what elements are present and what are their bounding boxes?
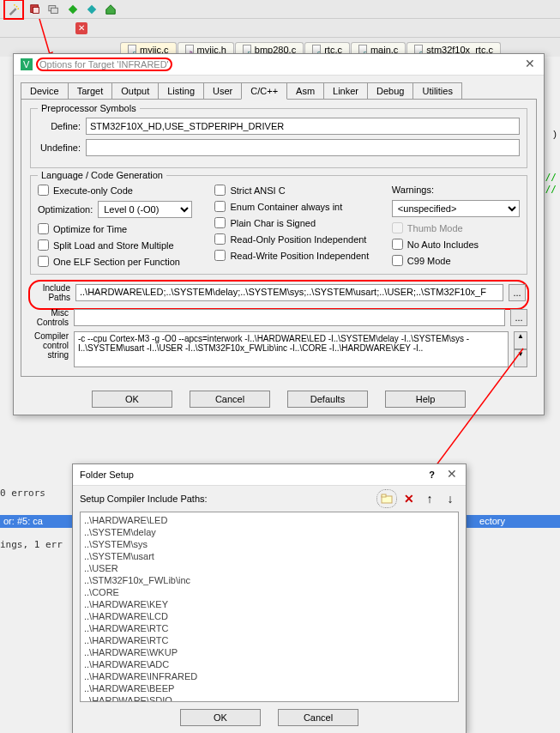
folder-close-icon[interactable]: ✕ [445, 468, 459, 482]
folder-path-item[interactable]: ..\SYSTEM\sys [82, 538, 456, 550]
folder-path-item[interactable]: ..\HARDWARE\INFRARED [82, 670, 456, 682]
secondary-toolbar: ✕ [0, 19, 560, 38]
options-buttons: OK Cancel Defaults Help [14, 384, 544, 415]
warnings-label: Warnings: [392, 185, 520, 195]
folder-buttons: OK Cancel [73, 702, 466, 733]
folder-path-item[interactable]: ..\USER [82, 562, 456, 574]
options-tab-cc[interactable]: C/C++ [241, 82, 287, 100]
move-up-icon[interactable]: ↑ [421, 491, 438, 506]
compiler-string-label: Compiler control string [30, 331, 69, 367]
lang-group: Language / Code Generation Execute-only … [30, 175, 527, 275]
include-paths-input[interactable]: ..\HARDWARE\LED;..\SYSTEM\delay;..\SYSTE… [75, 284, 503, 301]
magic-wand-button[interactable] [6, 2, 21, 17]
help-button[interactable]: Help [385, 391, 466, 408]
split-load-checkbox[interactable]: Split Load and Store Multiple [38, 239, 197, 251]
cancel-button[interactable]: Cancel [190, 391, 270, 408]
folder-path-item[interactable]: ..\CORE [82, 586, 456, 598]
folder-title-bar: Folder Setup ? ✕ [73, 464, 466, 486]
help-icon[interactable]: ? [429, 469, 435, 480]
ok-button[interactable]: OK [92, 391, 172, 408]
folder-path-item[interactable]: ..\STM32F10x_FWLib\inc [82, 574, 456, 586]
svg-point-2 [14, 3, 15, 5]
options-title-highlight: Options for Target 'INFRARED' [36, 58, 172, 71]
include-paths-label: Include Paths [32, 283, 70, 302]
defaults-button[interactable]: Defaults [287, 391, 368, 408]
close-icon[interactable]: ✕ [523, 58, 537, 71]
optimization-select[interactable]: Level 0 (-O0) [98, 201, 192, 218]
options-tab-user[interactable]: User [203, 82, 242, 100]
folder-list[interactable]: ..\HARDWARE\LED..\SYSTEM\delay..\SYSTEM\… [80, 512, 459, 702]
folder-subtitle: Setup Compiler Include Paths: [80, 494, 208, 504]
folder-ok-button[interactable]: OK [180, 709, 261, 726]
enum-container-checkbox[interactable]: Enum Container always int [214, 201, 374, 212]
misc-controls-input[interactable] [74, 309, 505, 326]
move-down-icon[interactable]: ↓ [442, 491, 459, 506]
execute-only-checkbox[interactable]: Execute-only Code [38, 185, 197, 196]
options-tab-device[interactable]: Device [21, 82, 69, 100]
undefine-label: Undefine: [38, 142, 81, 153]
folder-path-item[interactable]: ..\HARDWARE\RTC [82, 634, 456, 646]
include-paths-browse-button[interactable]: ... [509, 284, 526, 301]
c99-checkbox[interactable]: C99 Mode [392, 255, 520, 266]
options-tab-linker[interactable]: Linker [323, 82, 368, 100]
layers-button[interactable] [46, 2, 62, 17]
options-tab-utilities[interactable]: Utilities [412, 82, 461, 100]
options-tab-debug[interactable]: Debug [367, 82, 413, 100]
close-doc-icon[interactable]: ✕ [75, 22, 87, 34]
folder-path-item[interactable]: ..\HARDWARE\KEY [82, 598, 456, 610]
options-title: Options for Target 'INFRARED' [39, 59, 169, 70]
folder-path-item[interactable]: ..\SYSTEM\delay [82, 526, 456, 538]
thumb-mode-checkbox[interactable]: Thumb Mode [392, 222, 520, 233]
keil-icon: V [21, 58, 33, 70]
optimization-label: Optimization: [38, 204, 93, 215]
folder-toolbar: ✕ ↑ ↓ [376, 489, 459, 508]
diamond-teal-button[interactable] [84, 2, 99, 17]
preprocessor-group: Preprocessor Symbols Define: Undefine: [30, 108, 527, 168]
one-elf-checkbox[interactable]: One ELF Section per Function [38, 256, 197, 267]
folder-path-item[interactable]: ..\HARDWARE\LCD [82, 610, 456, 622]
warnings-count: ings, 1 err [0, 539, 63, 550]
plain-char-checkbox[interactable]: Plain Char is Signed [214, 217, 374, 228]
compiler-string-display: -c --cpu Cortex-M3 -g -O0 --apcs=interwo… [74, 331, 509, 367]
lang-title: Language / Code Generation [38, 170, 166, 180]
preprocessor-title: Preprocessor Symbols [38, 103, 140, 113]
folder-cancel-button[interactable]: Cancel [278, 709, 358, 726]
errors-count: 0 errors [0, 488, 45, 499]
folder-path-item[interactable]: ..\HARDWARE\WKUP [82, 646, 456, 658]
define-input[interactable] [86, 118, 520, 135]
options-title-bar: V Options for Target 'INFRARED' ✕ [14, 54, 544, 76]
no-auto-checkbox[interactable]: No Auto Includes [392, 239, 520, 250]
options-tab-listing[interactable]: Listing [158, 82, 204, 100]
readonly-pos-checkbox[interactable]: Read-Only Position Independent [214, 233, 374, 245]
folder-title: Folder Setup [80, 469, 134, 480]
folder-path-item[interactable]: ..\HARDWARE\BEEP [82, 682, 456, 694]
folder-path-item[interactable]: ..\SYSTEM\usart [82, 550, 456, 562]
misc-browse-button[interactable]: ... [510, 309, 527, 326]
undefine-input[interactable] [86, 139, 520, 156]
home-button[interactable] [103, 2, 118, 17]
target-button[interactable] [27, 2, 43, 17]
svg-point-0 [16, 5, 18, 7]
delete-path-icon[interactable]: ✕ [400, 491, 418, 506]
folder-path-item[interactable]: ..\HARDWARE\ADC [82, 658, 456, 670]
readwrite-pos-checkbox[interactable]: Read-Write Position Independent [214, 250, 374, 261]
svg-rect-6 [51, 8, 58, 13]
optimize-time-checkbox[interactable]: Optimize for Time [38, 223, 197, 234]
svg-text:V: V [23, 59, 30, 70]
folder-path-item[interactable]: ..\HARDWARE\LED [82, 514, 456, 526]
options-tab-asm[interactable]: Asm [286, 82, 324, 100]
folder-path-item[interactable]: ..\HARDWARE\RTC [82, 622, 456, 634]
options-dialog: V Options for Target 'INFRARED' ✕ Device… [13, 53, 545, 415]
warnings-select[interactable]: <unspecified> [392, 200, 520, 217]
include-paths-highlight: Include Paths ..\HARDWARE\LED;..\SYSTEM\… [28, 280, 529, 310]
options-tab-output[interactable]: Output [111, 82, 159, 100]
new-path-icon[interactable] [378, 491, 395, 506]
compiler-scroll[interactable]: ▲▼ [514, 331, 527, 367]
svg-point-1 [17, 8, 19, 9]
folder-path-item[interactable]: ..\HARDWARE\SDIO [82, 694, 456, 702]
misc-controls-label: Misc Controls [30, 308, 69, 327]
strict-ansi-checkbox[interactable]: Strict ANSI C [214, 185, 374, 196]
define-label: Define: [38, 121, 81, 131]
download-button[interactable] [65, 2, 81, 17]
options-tab-target[interactable]: Target [68, 82, 113, 100]
